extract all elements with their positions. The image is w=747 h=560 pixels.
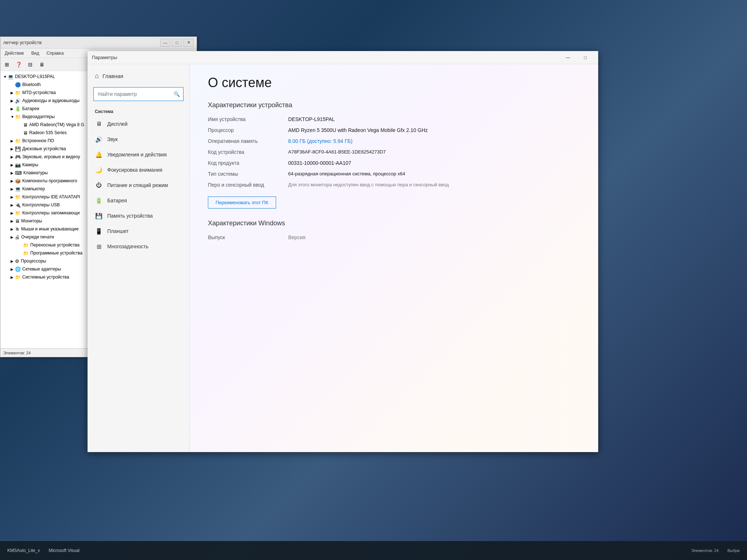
product-id-label: Код продукта [208,160,288,166]
tree-expand-sound: ▶ [11,155,14,159]
dm-menu-help[interactable]: Справка [43,50,66,57]
tree-expand-usb: ▶ [11,203,14,207]
tree-label-firmware: Встроенное ПО [22,138,54,143]
about-device-name-row: Имя устройства DESKTOP-L915PAL [208,116,463,122]
settings-nav-focus-label: Фокусировка внимания [107,167,162,173]
tree-label-sound: Звуковые, игровые и видеоу [22,154,80,159]
device-id-value: A78F36AF-8CF0-4A61-B5EE-1DE6254273D7 [288,149,463,155]
settings-nav-display[interactable]: 🖥 Дисплей [88,116,189,132]
settings-nav-focus[interactable]: 🌙 Фокусировка внимания [88,162,189,178]
tree-expand-battery: ▶ [11,107,14,111]
settings-nav-multitasking[interactable]: ⊞ Многозадачность [88,239,189,254]
tree-expand-computer: ▶ [11,187,14,191]
taskbar-visual-label: Microsoft Visual [49,548,79,553]
about-pen-row: Перо и сенсорный ввод Для этого монитора… [208,182,463,188]
taskbar-item-visual[interactable]: Microsoft Visual [44,542,84,559]
device-name-label: Имя устройства [208,116,288,122]
about-system-type-row: Тип системы 64-разрядная операционная си… [208,171,463,177]
settings-nav-storage[interactable]: 💾 Память устройства [88,208,189,223]
usb-icon: 🔌 [15,202,21,208]
edition-value: Версия [288,234,580,240]
settings-controls: — □ [560,52,594,63]
about-ram-row: Оперативная память 8.00 ГБ (доступно: 5.… [208,138,463,144]
taskbar-status-right: Выбри [723,542,744,559]
tree-label-audio: Аудиовходы и аудиовыходы [22,98,80,103]
dm-maximize-btn[interactable]: □ [172,39,182,47]
device-manager-title: летчер устройств [3,40,160,45]
dm-toolbar-btn2[interactable]: ❓ [13,59,24,70]
tree-label-battery: Батареи [22,106,39,111]
tree-label-video: Видеоадаптеры [22,114,55,119]
software-comp-icon: 📦 [15,178,21,184]
settings-titlebar: Параметры — □ [88,51,598,64]
taskbar-item-kmsauto[interactable]: KMSAuto_Lite_v [3,542,44,559]
taskbar: KMSAuto_Lite_v Microsoft Visual Элементо… [0,541,747,560]
settings-nav-notifications[interactable]: 🔔 Уведомления и действия [88,147,189,162]
tree-expand-root: ▼ [3,75,7,79]
dm-minimize-btn[interactable]: — [160,39,170,47]
tree-root-label: DESKTOP-L915PAL [15,74,55,79]
mice-icon: 🖱 [15,226,20,232]
settings-nav-battery[interactable]: 🔋 Батарея [88,193,189,208]
dm-toolbar-btn3[interactable]: ⊟ [25,59,35,70]
pen-value: Для этого монитора недоступен ввод с пом… [288,182,463,187]
settings-section-label: Система [88,105,189,116]
ram-value: 8.00 ГБ (доступно: 5.94 ГБ) [288,138,463,144]
tree-expand-audio: ▶ [11,99,14,103]
tree-expand-print: ▶ [11,235,14,239]
tree-label-keyboard: Клавиатуры [23,170,48,175]
dm-toolbar-btn4[interactable]: 🖥 [37,59,47,70]
settings-nav-tablet[interactable]: 📱 Планшет [88,223,189,239]
amd-icon: 🖥 [23,122,28,128]
settings-minimize-btn[interactable]: — [560,52,576,63]
settings-nav-power-label: Питание и спящий режим [107,182,168,188]
system-type-label: Тип системы [208,171,288,177]
disk-icon: 💾 [15,146,21,152]
tree-label-system-dev: Системные устройства [22,275,69,280]
tree-label-bluetooth: Bluetooth [22,82,41,87]
software-dev-icon: 📁 [23,250,29,256]
settings-nav-battery-label: Батарея [107,198,127,203]
dm-toolbar-btn1[interactable]: ⊞ [2,59,12,70]
dm-menu-action[interactable]: Действие [2,50,27,57]
tree-expand-storage-ctrl: ▶ [11,211,14,215]
taskbar-status-left-text: Элементов: 24 [691,548,719,553]
system-type-value: 64-разрядная операционная система, проце… [288,171,463,176]
tree-label-storage-ctrl: Контроллеры запоминающи [22,210,80,215]
settings-main-content: О системе Характеристики устройства Имя … [190,64,598,452]
taskbar-status-right-text: Выбри [727,548,740,553]
tree-label-ide: Контроллеры IDE ATA/ATAPI [22,194,80,199]
settings-nav-power[interactable]: ⏻ Питание и спящий режим [88,178,189,193]
tree-label-mice: Мыши и иные указывающие [21,226,79,232]
home-icon: ⌂ [95,72,99,80]
tree-expand-monitors: ▶ [11,219,14,223]
settings-search-input[interactable] [93,87,183,101]
about-page-title: О системе [208,75,580,90]
network-icon: 🌐 [15,267,21,272]
tree-label-software-comp: Компоненты программного [22,178,77,183]
battery-settings-icon: 🔋 [95,197,103,205]
processors-icon: ⚙ [15,258,19,264]
settings-nav-home[interactable]: ⌂ Главная [88,69,189,83]
tree-expand-video: ▼ [11,115,14,119]
edition-label: Выпуск [208,234,288,240]
dm-menu-view[interactable]: Вид [28,50,42,57]
tree-label-portable: Переносные устройства [30,242,80,248]
tree-expand-disk: ▶ [11,147,14,151]
system-dev-icon: 📁 [15,275,21,280]
sound-settings-icon: 🔊 [95,135,103,143]
tree-label-disk: Дисковые устройства [22,146,66,151]
settings-sidebar: ⌂ Главная 🔍 Система 🖥 Дисплей 🔊 Звук 🔔 У… [88,64,190,452]
settings-maximize-btn[interactable]: □ [577,52,594,63]
dm-close-btn[interactable]: ✕ [183,39,194,47]
tree-label-software-dev: Программные устройства [30,250,82,256]
power-icon: ⏻ [95,181,103,189]
display-icon: 🖥 [95,120,103,128]
rename-pc-button[interactable]: Переименовать этот ПК [208,197,276,209]
tree-expand-keyboard: ▶ [11,171,14,175]
storage-icon: 💾 [95,212,103,220]
ram-label: Оперативная память [208,138,288,144]
settings-nav-display-label: Дисплей [107,121,128,127]
settings-nav-sound[interactable]: 🔊 Звук [88,132,189,147]
about-product-id-row: Код продукта 00331-10000-00001-AA107 [208,160,463,166]
